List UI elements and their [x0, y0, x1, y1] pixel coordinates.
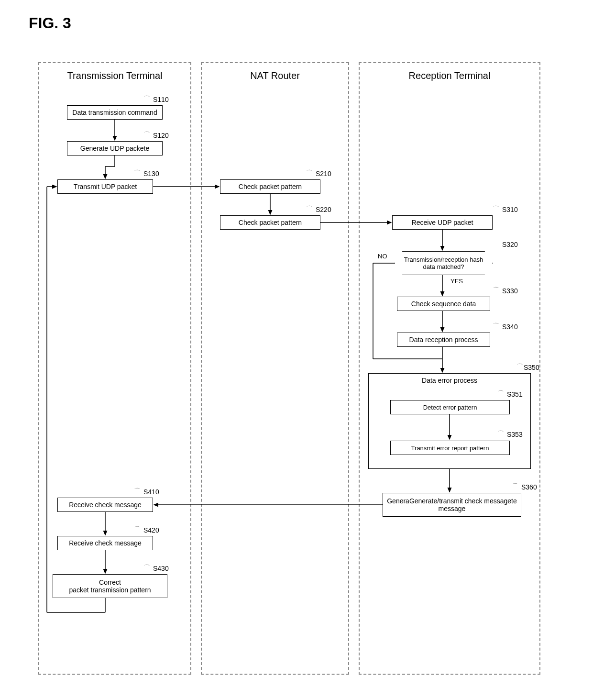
label-s120: S120 — [153, 132, 169, 139]
box-s310: Receive UDP packet — [392, 215, 493, 230]
box-s410: Receive check message — [57, 498, 153, 512]
curly-icon: ⌒ — [512, 482, 518, 491]
flowchart-diagram: Transmission Terminal NAT Router Recepti… — [38, 62, 555, 675]
label-s220: S220 — [316, 206, 331, 213]
curly-icon: ⌒ — [493, 286, 499, 295]
edge-label-no: NO — [378, 253, 387, 260]
lane-title-transmission: Transmission Terminal — [39, 63, 190, 86]
lane-title-reception: Reception Terminal — [360, 63, 539, 86]
curly-icon: ⌒ — [493, 322, 499, 331]
nested-box-s350: Data error process Detect error pattern … — [368, 373, 531, 469]
label-s210: S210 — [316, 170, 331, 178]
decision-s320: Transmission/reception hash data matched… — [395, 251, 493, 275]
box-s360: GeneraGenerate/transmit check messagete … — [383, 493, 521, 517]
lane-title-nat: NAT Router — [202, 63, 348, 86]
nested-title-s350: Data error process — [369, 374, 530, 386]
box-s330: Check sequence data — [397, 297, 490, 311]
curly-icon: ⌒ — [134, 487, 141, 496]
label-s410: S410 — [143, 488, 159, 496]
box-s120: Generate UDP packete — [67, 141, 163, 156]
curly-icon: ⌒ — [134, 169, 141, 178]
box-s210: Check packet pattern — [220, 179, 320, 194]
curly-icon: ⌒ — [143, 95, 150, 103]
curly-icon: ⌒ — [516, 363, 523, 371]
curly-icon: ⌒ — [143, 564, 150, 572]
edge-label-yes: YES — [450, 278, 463, 285]
curly-icon: ⌒ — [493, 205, 499, 213]
box-s110: Data transmission command — [67, 105, 163, 120]
box-s430: Correct packet transmission pattern — [53, 574, 167, 598]
box-s220: Check packet pattern — [220, 215, 320, 230]
label-s351: S351 — [507, 390, 523, 398]
curly-icon: ⌒ — [143, 131, 150, 139]
label-s110: S110 — [153, 96, 169, 103]
swimlane-nat: NAT Router — [201, 62, 349, 675]
curly-icon: ⌒ — [497, 430, 504, 438]
label-s130: S130 — [143, 170, 159, 178]
label-s353: S353 — [507, 431, 523, 438]
figure-label: FIG. 3 — [29, 14, 71, 32]
curly-icon: ⌒ — [497, 389, 504, 398]
label-s360: S360 — [521, 483, 537, 491]
label-s430: S430 — [153, 565, 169, 572]
label-s340: S340 — [502, 323, 518, 331]
label-s350: S350 — [524, 364, 539, 371]
curly-icon: ⌒ — [134, 525, 141, 534]
box-s130: Transmit UDP packet — [57, 179, 153, 194]
label-s320: S320 — [502, 241, 518, 248]
swimlane-reception: Reception Terminal — [359, 62, 540, 675]
box-s420: Receive check message — [57, 536, 153, 550]
box-s353: Transmit error report pattern — [390, 441, 510, 455]
label-s330: S330 — [502, 287, 518, 295]
label-s310: S310 — [502, 206, 518, 213]
curly-icon: ⌒ — [306, 169, 313, 178]
label-s420: S420 — [143, 526, 159, 534]
box-s340: Data reception process — [397, 333, 490, 347]
box-s351: Detect error pattern — [390, 400, 510, 414]
curly-icon: ⌒ — [306, 205, 313, 213]
